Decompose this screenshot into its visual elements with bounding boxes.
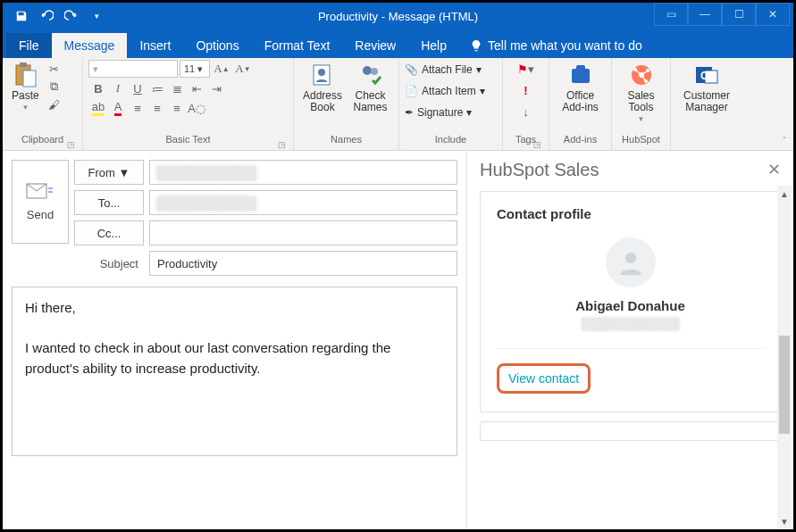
avatar	[606, 237, 656, 287]
font-color-button[interactable]: A	[108, 99, 128, 117]
tab-format-text[interactable]: Format Text	[252, 33, 343, 58]
align-left-button[interactable]: ≡	[128, 99, 147, 117]
underline-button[interactable]: U	[128, 79, 147, 97]
signature-button[interactable]: ✒Signature ▾	[405, 103, 472, 122]
italic-button[interactable]: I	[108, 79, 128, 97]
low-importance-button[interactable]: ↓	[516, 103, 536, 121]
paste-button[interactable]: Paste ▼	[8, 60, 43, 113]
outdent-icon: ⇤	[192, 82, 202, 96]
highlight-button[interactable]: ab	[88, 99, 108, 117]
to-field[interactable]: ████████████	[149, 190, 457, 215]
high-importance-button[interactable]: !	[516, 81, 536, 99]
subject-field[interactable]: Productivity	[149, 251, 457, 276]
maximize-button[interactable]: ☐	[722, 3, 756, 26]
dialog-launcher-icon[interactable]: ◳	[67, 140, 75, 149]
tell-me-search[interactable]: Tell me what you want to do	[459, 33, 653, 58]
copy-button[interactable]: ⧉	[45, 78, 64, 96]
attach-item-button[interactable]: 📄Attach Item ▾	[405, 81, 485, 101]
outdent-button[interactable]: ⇤	[187, 79, 206, 97]
cut-button[interactable]: ✂	[45, 60, 64, 78]
signature-icon: ✒	[405, 106, 414, 119]
dialog-launcher-icon[interactable]: ◳	[533, 140, 541, 149]
numbering-button[interactable]: ≣	[167, 79, 187, 97]
attach-file-button[interactable]: 📎Attach File ▾	[405, 60, 482, 79]
scrollbar[interactable]: ▲ ▼	[777, 186, 792, 529]
svg-rect-7	[572, 69, 590, 83]
send-button[interactable]: Send	[12, 160, 69, 244]
highlight-icon: ab	[92, 100, 105, 116]
tab-review[interactable]: Review	[342, 33, 408, 58]
check-names-button[interactable]: Check Names	[348, 60, 393, 115]
body-line-2: I wanted to check in about our last conv…	[25, 338, 444, 378]
dialog-launcher-icon[interactable]: ◳	[278, 140, 286, 149]
office-addins-button[interactable]: Office Add-ins	[555, 60, 606, 115]
flag-icon: ⚑	[517, 62, 528, 76]
scroll-thumb[interactable]	[779, 336, 790, 434]
cc-field[interactable]	[149, 220, 457, 245]
scissors-icon: ✂	[49, 62, 59, 76]
contact-email: ████████████	[497, 317, 764, 330]
compose-left: Send From ▼ ████████████ To... █████████…	[3, 151, 466, 529]
font-color-icon: A	[114, 100, 122, 116]
scroll-track[interactable]	[777, 202, 792, 513]
close-icon[interactable]: ✕	[767, 160, 781, 180]
group-label-include: Include	[405, 134, 497, 150]
group-label-clipboard: Clipboard	[21, 134, 63, 145]
align-center-button[interactable]: ≡	[147, 99, 167, 117]
tab-file[interactable]: File	[6, 33, 52, 58]
from-button[interactable]: From ▼	[74, 160, 144, 185]
font-size-select[interactable]: 11 ▾	[180, 60, 210, 78]
signature-label: Signature	[417, 106, 463, 119]
svg-point-4	[318, 69, 325, 76]
align-right-button[interactable]: ≡	[167, 99, 187, 117]
subject-label: Subject	[74, 251, 144, 276]
svg-point-5	[363, 66, 372, 75]
tab-options[interactable]: Options	[183, 33, 251, 58]
to-button[interactable]: To...	[74, 190, 144, 215]
redo-button[interactable]	[60, 5, 83, 27]
group-basic-text: ▾ 11 ▾ A▲ A▼ B I U ≔ ≣ ⇤ ⇥ ab A ≡ ≡ ≡ A◌	[83, 58, 294, 150]
minimize-button[interactable]: —	[688, 3, 722, 26]
align-center-icon: ≡	[154, 102, 161, 115]
message-body[interactable]: Hi there, I wanted to check in about our…	[12, 287, 457, 456]
grow-font-button[interactable]: A▲	[212, 60, 231, 78]
follow-up-button[interactable]: ⚑▾	[516, 60, 536, 78]
collapse-ribbon-button[interactable]: ˆ	[783, 136, 786, 146]
group-customer-manager: O Customer Manager	[671, 58, 742, 150]
format-painter-button[interactable]: 🖌	[45, 96, 64, 113]
tab-help[interactable]: Help	[408, 33, 459, 58]
bold-button[interactable]: B	[88, 79, 108, 97]
window-restore-icon[interactable]: ▭	[654, 3, 688, 26]
check-names-icon	[357, 62, 384, 88]
address-book-button[interactable]: Address Book	[299, 60, 346, 115]
customer-manager-button[interactable]: O Customer Manager	[676, 60, 737, 115]
tell-me-label: Tell me what you want to do	[488, 38, 642, 53]
font-name-select[interactable]: ▾	[88, 60, 178, 78]
redo-icon	[64, 9, 79, 23]
save-button[interactable]	[10, 5, 33, 27]
chevron-down-icon: ▼	[21, 104, 29, 112]
lightbulb-icon	[470, 39, 482, 52]
close-button[interactable]: ✕	[756, 3, 790, 26]
tab-insert[interactable]: Insert	[127, 33, 183, 58]
cc-button[interactable]: Cc...	[74, 220, 144, 245]
bullets-button[interactable]: ≔	[147, 79, 167, 97]
svg-text:O: O	[700, 70, 708, 82]
group-addins: Office Add-ins Add-ins	[549, 58, 612, 150]
from-field[interactable]: ████████████	[149, 160, 457, 185]
qat-customize-button[interactable]: ▾	[85, 5, 108, 27]
sales-tools-button[interactable]: Sales Tools▼	[617, 60, 665, 125]
shrink-font-button[interactable]: A▼	[233, 60, 253, 78]
addins-icon	[567, 62, 594, 88]
check-names-label: Check Names	[351, 90, 390, 113]
font-size-value: 11	[184, 63, 195, 74]
tab-message[interactable]: Message	[52, 33, 128, 58]
clear-format-button[interactable]: A◌	[187, 99, 206, 117]
hubspot-next-card[interactable]	[480, 421, 781, 441]
scroll-down-icon[interactable]: ▼	[777, 513, 792, 529]
scroll-up-icon[interactable]: ▲	[777, 186, 792, 202]
undo-button[interactable]	[35, 5, 58, 27]
indent-button[interactable]: ⇥	[206, 79, 226, 97]
view-contact-link[interactable]: View contact	[501, 368, 586, 389]
attach-file-label: Attach File	[422, 63, 473, 76]
